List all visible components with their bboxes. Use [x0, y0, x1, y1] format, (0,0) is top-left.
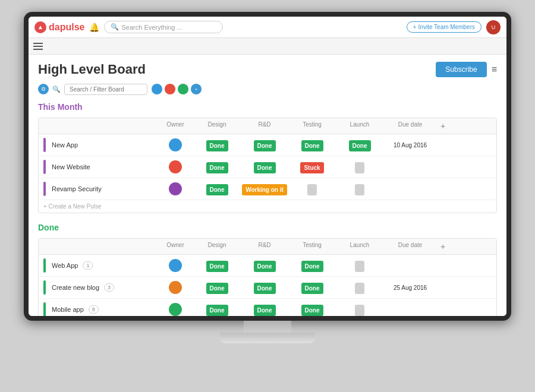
status-testing-new-app: Done	[288, 137, 336, 153]
col-owner-0: Owner	[158, 118, 193, 134]
status-launch-new-app: Done	[336, 137, 383, 153]
avatar-new-app	[169, 138, 182, 151]
avatar-create-new-blog	[169, 281, 182, 294]
badge-testing-mobile-app: Done	[301, 305, 323, 316]
pulse-count-web-app: 1	[83, 261, 93, 270]
badge-testing-create-new-blog: Done	[301, 283, 323, 294]
status-launch-revamp: -	[336, 181, 383, 197]
monitor-screen: ▲ dapulse 🔔 🔍 Search Everything ... + In…	[29, 17, 506, 316]
row-name-mobile-app[interactable]: Mobile app 8	[39, 299, 158, 316]
row-name-create-new-blog[interactable]: Create new blog 3	[39, 277, 158, 298]
search-bar[interactable]: 🔍 Search Everything ...	[104, 21, 223, 33]
col-add-1[interactable]: +	[437, 239, 449, 254]
row-name-new-app[interactable]: New App	[39, 134, 158, 156]
status-design-web-app: Done	[193, 258, 241, 273]
col-duedate-1: Due date	[383, 239, 437, 254]
badge-launch-mobile-app: -	[355, 305, 364, 316]
badge-design-new-app: Done	[206, 140, 228, 151]
badge-launch-new-app: Done	[349, 140, 371, 151]
badge-design-mobile-app: Done	[206, 305, 228, 316]
row-avatar-new-app	[158, 138, 193, 151]
badge-rd-web-app: Done	[254, 261, 276, 272]
status-launch-web-app: -	[336, 258, 383, 273]
status-design-new-app: Done	[193, 137, 241, 153]
col-launch-0: Launch	[336, 118, 383, 134]
avatar-new-website	[169, 160, 182, 173]
due-date-web-app	[383, 263, 437, 268]
status-design-create-new-blog: Done	[193, 280, 241, 295]
col-add-0[interactable]: +	[437, 118, 449, 134]
status-testing-create-new-blog: Done	[288, 280, 336, 295]
status-design-mobile-app: Done	[193, 302, 241, 316]
avatar-web-app	[169, 259, 182, 272]
pulse-count-mobile-app: 8	[89, 305, 99, 314]
row-name-revamp-security[interactable]: Revamp Security	[39, 178, 158, 200]
row-border-new-app	[43, 138, 46, 152]
badge-launch-web-app: -	[355, 261, 364, 272]
status-rd-new-app: Done	[241, 137, 288, 153]
user-avatar: U	[486, 20, 501, 34]
monitor-neck	[244, 321, 291, 333]
badge-testing-web-app: Done	[301, 261, 323, 272]
row-label-new-app: New App	[52, 141, 78, 148]
hamburger-line-1	[33, 43, 43, 44]
col-design-1: Design	[193, 239, 241, 254]
subscribe-button[interactable]: Subscribe	[436, 62, 486, 77]
filter-icon: ⚙	[38, 84, 49, 94]
top-bar-right: + Invite Team Members U	[407, 20, 501, 34]
board-header: High Level Board Subscribe ≡	[38, 62, 497, 77]
invite-button[interactable]: + Invite Team Members	[407, 21, 482, 33]
row-label-web-app: Web App	[52, 262, 78, 269]
hamburger-menu[interactable]	[33, 43, 43, 50]
table-row: Mobile app 8 Done Done Done -	[39, 299, 496, 316]
filter-input[interactable]	[64, 84, 147, 95]
badge-rd-mobile-app: Done	[254, 305, 276, 316]
section-header-done: Done	[38, 223, 497, 236]
row-avatar-create-new-blog	[158, 281, 193, 294]
row-name-web-app[interactable]: Web App 1	[39, 255, 158, 276]
due-date-new-website	[383, 165, 437, 169]
section-title-this-month: This Month	[38, 102, 83, 112]
bell-icon: 🔔	[89, 23, 99, 32]
badge-design-web-app: Done	[206, 261, 228, 272]
monitor-base	[220, 333, 315, 343]
col-testing-0: Testing	[288, 118, 336, 134]
avatar-4: +	[190, 83, 202, 95]
avatar-1	[151, 83, 163, 95]
badge-design-new-website: Done	[206, 162, 228, 173]
status-design-revamp: Done	[193, 181, 241, 197]
search-icon: 🔍	[111, 23, 119, 31]
row-avatar-new-website	[158, 160, 193, 173]
avatar-group: +	[151, 83, 202, 95]
logo-icon: ▲	[34, 21, 46, 33]
row-avatar-mobile-app	[158, 303, 193, 316]
board-title: High Level Board	[38, 62, 436, 77]
row-avatar-web-app	[158, 259, 193, 272]
board-menu-icon[interactable]: ≡	[492, 64, 497, 75]
badge-testing-revamp: -	[307, 184, 316, 195]
logo: ▲ dapulse	[34, 21, 84, 33]
invite-label: Invite Team Members	[418, 24, 475, 30]
status-rd-web-app: Done	[241, 258, 288, 273]
monitor-body: ▲ dapulse 🔔 🔍 Search Everything ... + In…	[24, 12, 511, 321]
col-name-1	[39, 239, 158, 254]
logo-text: dapulse	[49, 22, 84, 33]
badge-launch-new-website: -	[355, 162, 364, 173]
badge-launch-revamp: -	[355, 184, 364, 195]
row-avatar-revamp-security	[158, 182, 193, 195]
avatar-revamp-security	[169, 182, 182, 195]
row-border-revamp-security	[43, 182, 46, 196]
badge-design-revamp: Done	[206, 184, 228, 195]
create-pulse-0[interactable]: + Create a New Pulse	[39, 200, 158, 213]
table-row: Web App 1 Done Done Done -	[39, 255, 496, 277]
status-rd-new-website: Done	[241, 159, 288, 175]
table-row: New Website Done Done Stuck -	[39, 156, 496, 178]
table-row: Revamp Security Done Working on it - -	[39, 178, 496, 200]
status-launch-new-website: -	[336, 159, 383, 175]
row-name-new-website[interactable]: New Website	[39, 156, 158, 178]
search-placeholder: Search Everything ...	[121, 24, 182, 31]
badge-testing-new-app: Done	[301, 140, 323, 151]
status-launch-create-new-blog: -	[336, 280, 383, 295]
row-label-new-website: New Website	[52, 163, 90, 170]
table-row: New App Done Done Done Done 10 Aug 2016	[39, 134, 496, 156]
